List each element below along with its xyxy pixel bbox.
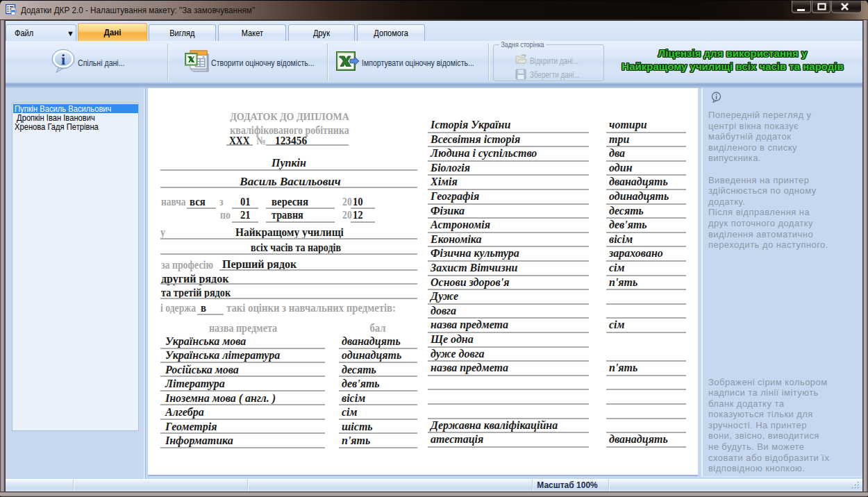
svg-text:i: i bbox=[61, 51, 65, 68]
